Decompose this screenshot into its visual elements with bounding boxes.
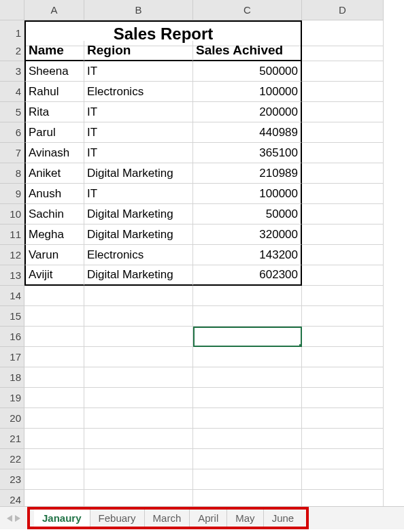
cell[interactable] [24,429,84,449]
cell[interactable] [24,449,84,469]
cell-region[interactable]: Digital Marketing [84,265,193,286]
cell-region[interactable]: IT [84,184,193,204]
cell-name[interactable]: Avinash [24,143,84,163]
cell[interactable] [302,184,384,204]
row-header[interactable]: 18 [0,367,24,388]
cell[interactable] [84,327,193,347]
row-header[interactable]: 2 [0,41,24,61]
cell-name[interactable]: Sheena [24,61,84,82]
cell[interactable] [24,306,84,327]
sheet-tab[interactable]: Janaury [34,510,90,527]
row-header[interactable]: 21 [0,429,24,449]
row-header[interactable]: 7 [0,143,24,163]
cell[interactable] [84,347,193,367]
cell[interactable] [302,245,384,265]
cell-sales[interactable]: 200000 [193,102,302,122]
cell-sales[interactable]: 500000 [193,61,302,82]
row-header[interactable]: 5 [0,102,24,122]
cell-name[interactable]: Avijit [24,265,84,286]
cell-name[interactable]: Megha [24,225,84,245]
cell[interactable] [302,367,384,388]
cell[interactable] [302,61,384,82]
cell-sales[interactable]: 50000 [193,204,302,225]
cell[interactable] [302,143,384,163]
sheet-tab[interactable]: April [190,510,227,527]
cell-region[interactable]: Electronics [84,82,193,102]
cell[interactable] [193,408,302,429]
cell-sales[interactable]: 100000 [193,82,302,102]
row-header[interactable]: 3 [0,61,24,82]
cell[interactable] [302,225,384,245]
cell-sales[interactable]: 602300 [193,265,302,286]
cell[interactable] [24,327,84,347]
cell[interactable] [302,82,384,102]
cell[interactable] [84,429,193,449]
row-header[interactable]: 22 [0,449,24,469]
cell-sales[interactable]: 320000 [193,225,302,245]
sheet-tab[interactable]: May [227,510,263,527]
sheet-nav-prev-icon[interactable] [5,515,12,522]
cell-name[interactable]: Sachin [24,204,84,225]
cell[interactable] [302,41,384,61]
cell-name[interactable]: Rahul [24,82,84,102]
sheet-nav-next-icon[interactable] [15,515,22,522]
row-header[interactable]: 4 [0,82,24,102]
cell-region[interactable]: IT [84,61,193,82]
cell-name[interactable]: Aniket [24,163,84,184]
row-header[interactable]: 6 [0,122,24,143]
sheet-tab[interactable]: March [145,510,190,527]
row-header[interactable]: 10 [0,204,24,225]
row-header[interactable]: 19 [0,388,24,408]
cell[interactable] [193,286,302,306]
cell[interactable] [84,306,193,327]
cell-sales[interactable]: 143200 [193,245,302,265]
cell[interactable] [302,286,384,306]
cell[interactable] [24,347,84,367]
cell-region[interactable]: IT [84,102,193,122]
cell[interactable] [193,367,302,388]
cell-sales[interactable]: 100000 [193,184,302,204]
row-header[interactable]: 14 [0,286,24,306]
cell[interactable] [24,408,84,429]
cell[interactable] [302,388,384,408]
cell[interactable] [302,204,384,225]
worksheet-grid[interactable]: ABCD1Sales Report2NameRegionSales Achive… [0,0,384,510]
cell-region[interactable]: IT [84,143,193,163]
row-header[interactable]: 16 [0,327,24,347]
cell-name[interactable]: Anush [24,184,84,204]
row-header[interactable]: 23 [0,469,24,490]
sheet-tab[interactable]: Febuary [90,510,145,527]
cell[interactable] [302,265,384,286]
select-all-corner[interactable] [0,0,24,20]
cell[interactable] [84,469,193,490]
cell[interactable] [193,449,302,469]
cell[interactable] [24,469,84,490]
cell[interactable] [193,306,302,327]
cell-name[interactable]: Rita [24,102,84,122]
row-header[interactable]: 15 [0,306,24,327]
cell[interactable] [302,347,384,367]
cell-name[interactable]: Varun [24,245,84,265]
row-header[interactable]: 11 [0,225,24,245]
cell[interactable] [24,367,84,388]
cell-region[interactable]: Digital Marketing [84,204,193,225]
cell[interactable] [84,408,193,429]
cell[interactable] [84,286,193,306]
cell[interactable] [84,367,193,388]
row-header[interactable]: 17 [0,347,24,367]
cell-name[interactable]: Parul [24,122,84,143]
cell[interactable] [302,449,384,469]
row-header[interactable]: 8 [0,163,24,184]
selected-cell[interactable] [193,327,302,347]
cell-sales[interactable]: 365100 [193,143,302,163]
column-header[interactable]: A [24,0,84,20]
cell-region[interactable]: Digital Marketing [84,163,193,184]
cell[interactable] [193,469,302,490]
cell-region[interactable]: Digital Marketing [84,225,193,245]
sheet-tab[interactable]: June [264,510,303,527]
column-header[interactable]: B [84,0,193,20]
row-header[interactable]: 20 [0,408,24,429]
row-header[interactable]: 9 [0,184,24,204]
column-header[interactable]: D [302,0,384,20]
cell[interactable] [302,306,384,327]
